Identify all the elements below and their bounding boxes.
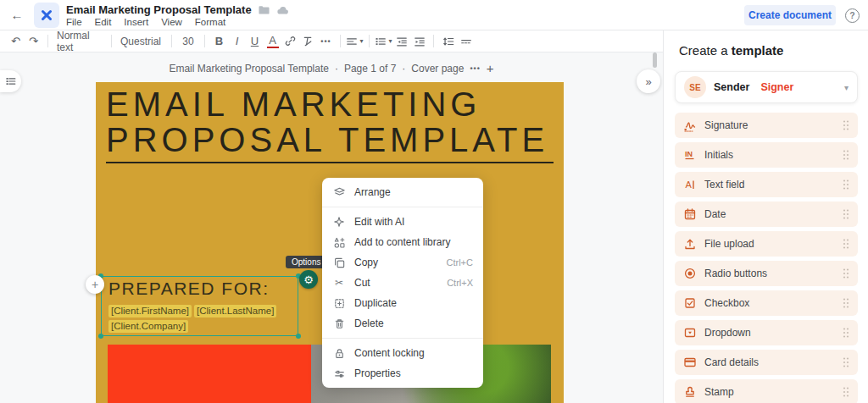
drag-handle-icon[interactable] [843, 327, 849, 339]
list-icon[interactable]: ▾ [375, 32, 392, 51]
page-break-icon[interactable] [457, 32, 475, 51]
header-actions: Create document ? [744, 5, 860, 25]
duplicate-icon [332, 296, 346, 310]
field-file-upload[interactable]: File upload [675, 231, 858, 257]
selection-handle[interactable] [296, 334, 301, 339]
menubar: File Edit Insert View Format [66, 17, 225, 27]
field-checkbox[interactable]: Checkbox [675, 290, 858, 316]
app-logo[interactable] [34, 3, 59, 28]
canvas-scrollbar[interactable] [653, 52, 657, 68]
sidebar-heading: Create a template [679, 43, 783, 58]
drag-handle-icon[interactable] [843, 149, 849, 161]
field-radio-buttons[interactable]: Radio buttons [675, 261, 858, 286]
page-options-icon[interactable]: ••• [470, 64, 480, 73]
avatar: SE [684, 76, 706, 98]
font-size-select[interactable]: 30 [177, 36, 199, 47]
font-family-select[interactable]: Questrial [117, 36, 166, 47]
outdent-icon[interactable] [392, 32, 410, 51]
menu-view[interactable]: View [161, 17, 182, 27]
toolbar-divider [47, 35, 48, 47]
prepared-for-heading[interactable]: PREPARED FOR: [108, 279, 269, 299]
cover-title-line1: EMAIL MARKETING [106, 86, 548, 122]
menu-file[interactable]: File [66, 17, 82, 27]
line-spacing-icon[interactable] [439, 32, 457, 51]
menu-item-add-to-content-library[interactable]: Add to content library [322, 232, 483, 252]
menu-edit[interactable]: Edit [95, 17, 112, 27]
field-text-field[interactable]: A Text field [675, 172, 858, 197]
copy-icon [332, 256, 346, 269]
drag-handle-icon[interactable] [843, 208, 849, 220]
drag-handle-icon[interactable] [843, 119, 849, 131]
paragraph-style-select[interactable]: Normal text [53, 30, 106, 53]
text-color-button[interactable]: A [267, 35, 279, 48]
menu-item-delete[interactable]: Delete [322, 313, 483, 334]
undo-icon[interactable]: ↶ [7, 32, 25, 51]
back-button[interactable]: ← [8, 6, 25, 23]
menu-item-cut[interactable]: ✂ Cut Ctrl+X [322, 273, 483, 293]
cover-title[interactable]: EMAIL MARKETING PROPOSAL TEMPLATE [106, 86, 548, 157]
token-client-company[interactable]: [Client.Company] [108, 320, 188, 333]
drag-handle-icon[interactable] [843, 238, 849, 250]
stamp-icon [683, 385, 697, 399]
top-header: ← Email Marketing Proposal Template File… [0, 0, 868, 30]
drag-handle-icon[interactable] [843, 268, 849, 279]
menu-item-duplicate[interactable]: Duplicate [322, 293, 483, 313]
editor-canvas[interactable]: Email Marketing Proposal Template · Page… [0, 52, 663, 403]
breadcrumb-separator: · [335, 63, 338, 75]
italic-button[interactable]: I [228, 32, 246, 51]
field-stamp[interactable]: Stamp [675, 379, 858, 403]
indent-icon[interactable] [410, 32, 428, 51]
menu-item-properties[interactable]: Properties [322, 363, 483, 384]
toolbar-divider [369, 35, 370, 47]
cover-title-line2: PROPOSAL TEMPLATE [106, 122, 548, 157]
collapse-panel-button[interactable]: » [637, 69, 660, 93]
menu-divider [322, 207, 483, 207]
breadcrumb-doc[interactable]: Email Marketing Proposal Template [169, 63, 329, 75]
outline-list-icon [5, 75, 17, 87]
clear-formatting-icon[interactable] [299, 32, 317, 51]
field-signature[interactable]: Signature [675, 113, 858, 138]
menu-item-content-locking[interactable]: Content locking [322, 343, 483, 363]
toolbar-divider [111, 35, 112, 47]
shortcut-label: Ctrl+C [447, 257, 473, 268]
block-settings-gear-icon[interactable]: ⚙ [299, 270, 318, 289]
selection-handle[interactable] [98, 334, 103, 339]
add-page-icon[interactable]: + [487, 61, 494, 75]
menu-insert[interactable]: Insert [124, 17, 148, 27]
align-icon[interactable]: ▾ [346, 32, 364, 51]
template-sidebar: Create a template SE Sender Signer ▾ Sig… [663, 30, 868, 403]
red-color-block[interactable] [108, 345, 311, 403]
more-formatting-icon[interactable]: ••• [317, 32, 335, 51]
field-card-details[interactable]: Card details [675, 350, 858, 375]
drag-handle-icon[interactable] [843, 386, 849, 398]
menu-item-edit-with-ai[interactable]: Edit with AI [322, 212, 483, 232]
field-dropdown[interactable]: Dropdown [675, 320, 858, 345]
help-icon[interactable]: ? [845, 8, 860, 23]
underline-button[interactable]: U [246, 32, 264, 51]
create-document-button[interactable]: Create document [744, 5, 836, 25]
breadcrumb-section[interactable]: Cover page [411, 63, 464, 75]
drag-handle-icon[interactable] [843, 179, 849, 190]
token-client-lastname[interactable]: [Client.LastName] [194, 305, 276, 317]
folder-icon[interactable] [258, 4, 270, 15]
menu-format[interactable]: Format [195, 17, 225, 27]
menu-item-arrange[interactable]: Arrange [322, 182, 483, 202]
add-block-button[interactable]: + [86, 275, 104, 294]
drag-handle-icon[interactable] [843, 297, 849, 309]
document-title-row: Email Marketing Proposal Template [66, 3, 289, 16]
bold-button[interactable]: B [210, 32, 228, 51]
field-date[interactable]: Date [675, 202, 858, 227]
token-client-firstname[interactable]: [Client.FirstName] [108, 305, 192, 317]
breadcrumb-page[interactable]: Page 1 of 7 [344, 63, 396, 75]
radio-icon [683, 267, 697, 280]
menu-item-copy[interactable]: Copy Ctrl+C [322, 252, 483, 273]
drag-handle-icon[interactable] [843, 356, 849, 368]
crossed-tools-icon [39, 8, 54, 23]
document-outline-toggle[interactable] [0, 70, 21, 92]
redo-icon[interactable]: ↷ [25, 32, 42, 51]
sender-role-select[interactable]: SE Sender Signer ▾ [675, 71, 858, 103]
field-initials[interactable]: IN Initials [675, 142, 858, 168]
selected-text-block[interactable]: PREPARED FOR: [Client.FirstName][Client.… [101, 276, 298, 336]
document-title[interactable]: Email Marketing Proposal Template [66, 3, 252, 16]
link-icon[interactable] [281, 32, 299, 51]
